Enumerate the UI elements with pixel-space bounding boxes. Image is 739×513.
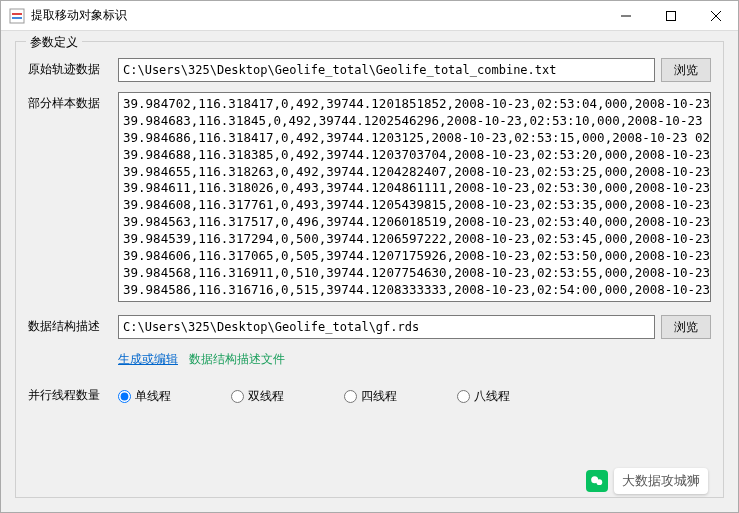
thread-option-t2[interactable]: 双线程 xyxy=(231,388,284,405)
minimize-button[interactable] xyxy=(603,1,648,30)
thread-option-t8[interactable]: 八线程 xyxy=(457,388,510,405)
thread-row: 并行线程数量 单线程双线程四线程八线程 xyxy=(28,384,711,405)
raw-track-label: 原始轨迹数据 xyxy=(28,58,118,78)
struct-label: 数据结构描述 xyxy=(28,315,118,335)
thread-radio-t8[interactable] xyxy=(457,390,470,403)
thread-label: 并行线程数量 xyxy=(28,384,118,404)
thread-radio-t2[interactable] xyxy=(231,390,244,403)
sample-label: 部分样本数据 xyxy=(28,92,118,112)
struct-input[interactable] xyxy=(118,315,655,339)
raw-track-input[interactable] xyxy=(118,58,655,82)
watermark-text: 大数据攻城狮 xyxy=(614,468,708,494)
generate-edit-link[interactable]: 生成或编辑 xyxy=(118,352,178,366)
thread-option-t1[interactable]: 单线程 xyxy=(118,388,171,405)
content-area: 参数定义 原始轨迹数据 浏览 部分样本数据 39.984702,116.3184… xyxy=(1,31,738,512)
sample-row: 部分样本数据 39.984702,116.318417,0,492,39744.… xyxy=(28,92,711,305)
close-button[interactable] xyxy=(693,1,738,30)
svg-rect-2 xyxy=(12,17,22,19)
svg-rect-0 xyxy=(10,9,24,23)
window-title: 提取移动对象标识 xyxy=(31,7,603,24)
browse-struct-button[interactable]: 浏览 xyxy=(661,315,711,339)
window-controls xyxy=(603,1,738,30)
thread-radio-label: 四线程 xyxy=(361,388,397,405)
struct-links: 生成或编辑 数据结构描述文件 xyxy=(118,351,711,368)
app-icon xyxy=(9,8,25,24)
raw-track-row: 原始轨迹数据 浏览 xyxy=(28,58,711,82)
main-window: 提取移动对象标识 参数定义 原始轨迹数据 浏览 部 xyxy=(0,0,739,513)
thread-options: 单线程双线程四线程八线程 xyxy=(118,384,510,405)
svg-rect-4 xyxy=(666,11,675,20)
watermark: 大数据攻城狮 xyxy=(586,468,708,494)
struct-file-text: 数据结构描述文件 xyxy=(189,352,285,366)
thread-radio-label: 双线程 xyxy=(248,388,284,405)
thread-option-t4[interactable]: 四线程 xyxy=(344,388,397,405)
struct-row: 数据结构描述 浏览 生成或编辑 数据结构描述文件 xyxy=(28,315,711,368)
wechat-icon xyxy=(586,470,608,492)
sample-textarea[interactable]: 39.984702,116.318417,0,492,39744.1201851… xyxy=(118,92,711,302)
thread-radio-t4[interactable] xyxy=(344,390,357,403)
titlebar: 提取移动对象标识 xyxy=(1,1,738,31)
thread-radio-label: 单线程 xyxy=(135,388,171,405)
maximize-button[interactable] xyxy=(648,1,693,30)
params-groupbox: 参数定义 原始轨迹数据 浏览 部分样本数据 39.984702,116.3184… xyxy=(15,41,724,498)
thread-radio-t1[interactable] xyxy=(118,390,131,403)
svg-rect-1 xyxy=(12,13,22,15)
thread-radio-label: 八线程 xyxy=(474,388,510,405)
groupbox-title: 参数定义 xyxy=(26,34,82,51)
svg-point-8 xyxy=(596,479,602,485)
browse-raw-button[interactable]: 浏览 xyxy=(661,58,711,82)
